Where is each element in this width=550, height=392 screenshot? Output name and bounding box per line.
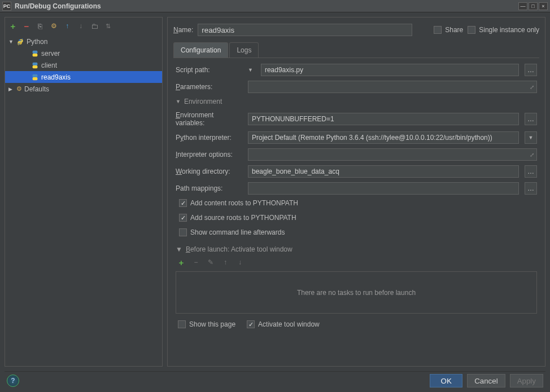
- dropdown-arrow-icon[interactable]: ▼: [525, 131, 537, 144]
- python-icon: [31, 73, 39, 81]
- workdir-label: Working directory:: [176, 168, 242, 175]
- tree-label: Defaults: [24, 85, 49, 93]
- copy-config-icon[interactable]: ⎘: [36, 21, 45, 30]
- name-label: Name:: [173, 26, 193, 34]
- name-input[interactable]: [198, 24, 412, 36]
- share-checkbox[interactable]: Share: [434, 26, 463, 34]
- svg-rect-3: [33, 65, 38, 68]
- source-roots-checkbox[interactable]: Add source roots to PYTHONPATH: [179, 214, 537, 222]
- share-label: Share: [445, 26, 463, 34]
- configurations-sidebar: + − ⎘ ⚙ ↑ ↓ 🗀 ⇅ ▼ Python s: [5, 17, 163, 367]
- edit-task-icon[interactable]: ✎: [206, 258, 215, 267]
- checkbox-icon: [178, 320, 186, 328]
- checkbox-icon: [179, 214, 187, 222]
- folder-icon[interactable]: 🗀: [90, 21, 99, 30]
- tree-label: server: [41, 50, 60, 58]
- script-path-input[interactable]: read9axis.py: [261, 64, 519, 76]
- tree-label: read9axis: [41, 73, 71, 81]
- tree-node-python[interactable]: ▼ Python: [5, 36, 162, 47]
- app-icon: PC: [2, 2, 11, 11]
- workdir-input[interactable]: beagle_bone_blue_data_acq: [248, 165, 519, 178]
- help-button[interactable]: ?: [7, 375, 19, 387]
- dialog-footer: ? OK Cancel Apply: [5, 371, 545, 387]
- interpreter-select[interactable]: Project Default (Remote Python 3.6.4 (ss…: [248, 131, 519, 144]
- add-config-icon[interactable]: +: [8, 21, 18, 30]
- window-title: Run/Debug Configurations: [15, 2, 518, 10]
- checkbox-icon: [247, 320, 255, 328]
- tree-label: client: [41, 61, 57, 69]
- browse-button[interactable]: …: [525, 64, 537, 76]
- expand-icon[interactable]: ⤢: [530, 84, 534, 90]
- minimize-button[interactable]: —: [518, 2, 527, 10]
- expand-arrow-icon: ▼: [8, 39, 14, 45]
- svg-rect-4: [33, 74, 38, 77]
- interpreter-label: Python interpreter:: [176, 134, 242, 142]
- remove-config-icon[interactable]: −: [22, 21, 31, 30]
- no-tasks-label: There are no tasks to run before launch: [297, 289, 416, 297]
- cancel-button[interactable]: Cancel: [467, 374, 505, 387]
- interp-opts-label: Interpreter options:: [176, 151, 242, 158]
- python-icon: [16, 38, 24, 46]
- path-map-input[interactable]: [248, 182, 519, 195]
- ok-button[interactable]: OK: [430, 374, 462, 387]
- svg-rect-5: [33, 77, 38, 80]
- svg-rect-0: [33, 50, 38, 53]
- move-up-icon[interactable]: ↑: [63, 21, 72, 30]
- svg-rect-1: [33, 54, 38, 56]
- single-instance-label: Single instance only: [479, 26, 539, 34]
- config-form: Script path: ▼ read9axis.py … Parameters…: [173, 58, 539, 332]
- script-path-label: Script path:: [176, 66, 242, 74]
- titlebar: PC Run/Debug Configurations — □ ×: [0, 0, 550, 12]
- tree-item-server[interactable]: server: [5, 47, 162, 59]
- svg-rect-2: [33, 62, 38, 65]
- content-roots-checkbox[interactable]: Add content roots to PYTHONPATH: [179, 199, 537, 207]
- checkbox-icon: [468, 26, 475, 34]
- move-down-icon[interactable]: ↓: [235, 258, 245, 267]
- maximize-button[interactable]: □: [529, 2, 538, 10]
- before-launch-header[interactable]: ▼ Before launch: Activate tool window: [176, 245, 537, 253]
- tree-node-defaults[interactable]: ▶ ⚙ Defaults: [5, 83, 162, 95]
- activate-tool-window-checkbox[interactable]: Activate tool window: [247, 320, 320, 328]
- expand-icon[interactable]: ⤢: [530, 152, 534, 158]
- tab-configuration[interactable]: Configuration: [173, 42, 228, 58]
- add-task-icon[interactable]: +: [177, 258, 186, 267]
- checkbox-icon: [179, 199, 187, 207]
- single-instance-checkbox[interactable]: Single instance only: [468, 26, 539, 34]
- show-this-page-checkbox[interactable]: Show this page: [178, 320, 235, 328]
- defaults-icon: ⚙: [16, 85, 22, 93]
- python-icon: [31, 61, 39, 69]
- env-edit-button[interactable]: …: [525, 113, 537, 125]
- before-launch-toolbar: + − ✎ ↑ ↓: [176, 253, 537, 271]
- before-launch-list[interactable]: There are no tasks to run before launch: [176, 271, 537, 314]
- checkbox-icon: [434, 26, 442, 34]
- tabs: Configuration Logs: [173, 42, 539, 58]
- collapse-arrow-icon: ▶: [8, 86, 14, 92]
- show-cmd-checkbox[interactable]: Show command line afterwards: [179, 228, 537, 236]
- path-map-edit-button[interactable]: …: [525, 182, 537, 195]
- tab-logs[interactable]: Logs: [229, 42, 259, 58]
- close-button[interactable]: ×: [539, 2, 548, 10]
- chevron-down-icon[interactable]: ▼: [248, 67, 253, 73]
- remove-task-icon[interactable]: −: [191, 258, 200, 267]
- before-launch-section: ▼ Before launch: Activate tool window + …: [176, 245, 537, 328]
- tree-item-client[interactable]: client: [5, 59, 162, 71]
- config-content: Name: Share Single instance only Configu…: [167, 17, 545, 367]
- browse-button[interactable]: …: [525, 165, 537, 178]
- parameters-label: Parameters:: [176, 83, 242, 91]
- interp-opts-input[interactable]: ⤢: [248, 148, 537, 161]
- tree-item-read9axis[interactable]: read9axis: [5, 71, 162, 83]
- move-down-icon[interactable]: ↓: [76, 21, 85, 30]
- python-icon: [31, 50, 39, 58]
- chevron-down-icon: ▼: [176, 245, 182, 253]
- tree-label: Python: [27, 38, 47, 46]
- env-vars-input[interactable]: PYTHONUNBUFFERED=1: [248, 113, 519, 125]
- config-tree[interactable]: ▼ Python server client read9axis: [5, 34, 162, 366]
- sort-icon[interactable]: ⇅: [103, 21, 112, 30]
- move-up-icon[interactable]: ↑: [221, 258, 230, 267]
- edit-defaults-icon[interactable]: ⚙: [49, 21, 58, 30]
- path-map-label: Path mappings:: [176, 184, 242, 192]
- parameters-input[interactable]: ⤢: [248, 81, 537, 93]
- checkbox-icon: [179, 228, 187, 236]
- apply-button[interactable]: Apply: [510, 374, 543, 387]
- environment-section-header[interactable]: ▼ Environment: [176, 98, 537, 105]
